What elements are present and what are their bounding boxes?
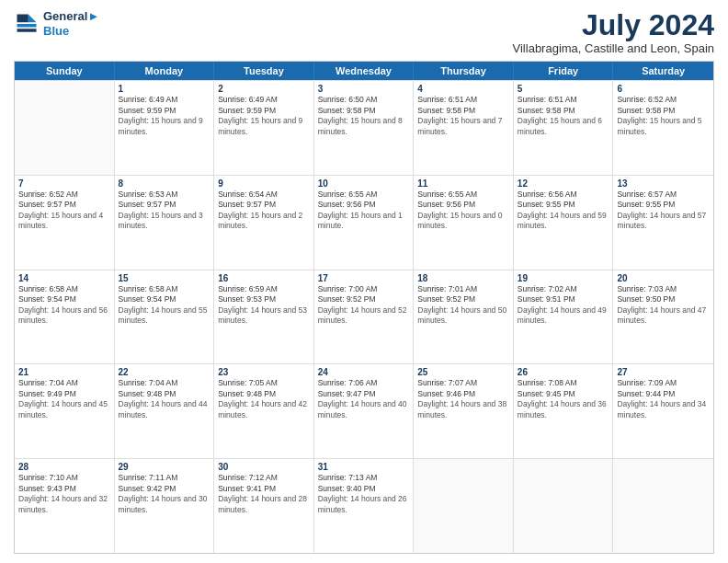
cal-cell-w2-d1: 7 Sunrise: 6:52 AMSunset: 9:57 PMDayligh…	[15, 176, 115, 270]
day-number: 19	[518, 273, 609, 283]
day-number: 31	[318, 462, 410, 472]
cell-info: Sunrise: 6:57 AMSunset: 9:55 PMDaylight:…	[617, 190, 710, 232]
logo-icon	[14, 11, 40, 37]
day-number: 11	[417, 178, 509, 189]
cal-cell-w2-d5: 11 Sunrise: 6:55 AMSunset: 9:56 PMDaylig…	[414, 176, 514, 270]
week-row-3: 14 Sunrise: 6:58 AMSunset: 9:54 PMDaylig…	[15, 270, 713, 364]
month-title: July 2024	[513, 9, 714, 41]
cal-cell-w3-d7: 20 Sunrise: 7:03 AMSunset: 9:50 PMDaylig…	[613, 270, 713, 364]
cal-cell-w2-d2: 8 Sunrise: 6:53 AMSunset: 9:57 PMDayligh…	[115, 176, 215, 270]
day-number: 30	[218, 462, 310, 472]
week-row-2: 7 Sunrise: 6:52 AMSunset: 9:57 PMDayligh…	[15, 175, 713, 270]
cell-info: Sunrise: 6:52 AMSunset: 9:58 PMDaylight:…	[617, 95, 710, 137]
calendar: Sunday Monday Tuesday Wednesday Thursday…	[14, 61, 714, 554]
cal-cell-w2-d4: 10 Sunrise: 6:55 AMSunset: 9:56 PMDaylig…	[314, 176, 415, 270]
cal-cell-w1-d7: 6 Sunrise: 6:52 AMSunset: 9:58 PMDayligh…	[613, 81, 713, 175]
cell-info: Sunrise: 6:51 AMSunset: 9:58 PMDaylight:…	[518, 95, 609, 137]
cell-info: Sunrise: 6:55 AMSunset: 9:56 PMDaylight:…	[417, 190, 509, 232]
day-number: 1	[119, 84, 210, 94]
cal-cell-w5-d2: 29 Sunrise: 7:11 AMSunset: 9:42 PMDaylig…	[115, 459, 215, 553]
cell-info: Sunrise: 6:56 AMSunset: 9:55 PMDaylight:…	[518, 190, 609, 232]
day-number: 10	[318, 178, 410, 189]
cal-cell-w5-d3: 30 Sunrise: 7:12 AMSunset: 9:41 PMDaylig…	[214, 459, 314, 553]
day-number: 28	[18, 462, 110, 472]
cell-info: Sunrise: 6:58 AMSunset: 9:54 PMDaylight:…	[119, 284, 210, 327]
header-tuesday: Tuesday	[214, 62, 314, 80]
cal-cell-w3-d5: 18 Sunrise: 7:01 AMSunset: 9:52 PMDaylig…	[414, 270, 514, 364]
logo-line1: General►	[43, 9, 99, 24]
cal-cell-w2-d3: 9 Sunrise: 6:54 AMSunset: 9:57 PMDayligh…	[214, 176, 314, 270]
svg-rect-2	[17, 14, 28, 22]
cell-info: Sunrise: 6:53 AMSunset: 9:57 PMDaylight:…	[119, 190, 210, 232]
day-number: 4	[417, 84, 509, 94]
cal-cell-w4-d7: 27 Sunrise: 7:09 AMSunset: 9:44 PMDaylig…	[613, 364, 713, 458]
header-saturday: Saturday	[613, 62, 713, 80]
cell-info: Sunrise: 7:00 AMSunset: 9:52 PMDaylight:…	[318, 284, 410, 327]
subtitle: Villabragima, Castille and Leon, Spain	[513, 41, 714, 55]
cell-info: Sunrise: 6:52 AMSunset: 9:57 PMDaylight:…	[18, 190, 110, 232]
day-number: 3	[318, 84, 410, 94]
cell-info: Sunrise: 7:06 AMSunset: 9:47 PMDaylight:…	[318, 378, 410, 420]
header: General► Blue July 2024 Villabragima, Ca…	[14, 9, 714, 55]
cell-info: Sunrise: 6:54 AMSunset: 9:57 PMDaylight:…	[218, 190, 310, 232]
day-number: 27	[617, 367, 710, 377]
cal-cell-w1-d6: 5 Sunrise: 6:51 AMSunset: 9:58 PMDayligh…	[514, 81, 614, 175]
cal-cell-w2-d6: 12 Sunrise: 6:56 AMSunset: 9:55 PMDaylig…	[514, 176, 614, 270]
cal-cell-w3-d4: 17 Sunrise: 7:00 AMSunset: 9:52 PMDaylig…	[314, 270, 415, 364]
cell-info: Sunrise: 6:58 AMSunset: 9:54 PMDaylight:…	[18, 284, 110, 327]
cell-info: Sunrise: 7:07 AMSunset: 9:46 PMDaylight:…	[417, 378, 509, 420]
page: General► Blue July 2024 Villabragima, Ca…	[0, 0, 728, 563]
header-wednesday: Wednesday	[314, 62, 415, 80]
cell-info: Sunrise: 7:05 AMSunset: 9:48 PMDaylight:…	[218, 378, 310, 420]
cell-info: Sunrise: 6:50 AMSunset: 9:58 PMDaylight:…	[318, 95, 410, 137]
cal-cell-w5-d4: 31 Sunrise: 7:13 AMSunset: 9:40 PMDaylig…	[314, 459, 415, 553]
cal-cell-w1-d5: 4 Sunrise: 6:51 AMSunset: 9:58 PMDayligh…	[414, 81, 514, 175]
day-number: 15	[119, 273, 210, 283]
day-number: 6	[617, 84, 710, 94]
cal-cell-w1-d2: 1 Sunrise: 6:49 AMSunset: 9:59 PMDayligh…	[115, 81, 215, 175]
week-row-1: 1 Sunrise: 6:49 AMSunset: 9:59 PMDayligh…	[15, 80, 713, 175]
cal-cell-w4-d3: 23 Sunrise: 7:05 AMSunset: 9:48 PMDaylig…	[214, 364, 314, 458]
logo-line2: Blue	[43, 24, 99, 39]
cell-info: Sunrise: 7:03 AMSunset: 9:50 PMDaylight:…	[617, 284, 710, 327]
day-number: 5	[518, 84, 609, 94]
cell-info: Sunrise: 7:13 AMSunset: 9:40 PMDaylight:…	[318, 473, 410, 515]
cal-cell-w5-d6	[514, 459, 614, 553]
cal-cell-w4-d1: 21 Sunrise: 7:04 AMSunset: 9:49 PMDaylig…	[15, 364, 115, 458]
day-number: 21	[18, 367, 110, 377]
cal-cell-w1-d1	[15, 81, 115, 175]
day-number: 8	[119, 178, 210, 189]
cal-cell-w3-d6: 19 Sunrise: 7:02 AMSunset: 9:51 PMDaylig…	[514, 270, 614, 364]
logo-text: General► Blue	[43, 9, 99, 38]
cell-info: Sunrise: 6:49 AMSunset: 9:59 PMDaylight:…	[119, 95, 210, 137]
cal-cell-w3-d1: 14 Sunrise: 6:58 AMSunset: 9:54 PMDaylig…	[15, 270, 115, 364]
day-number: 23	[218, 367, 310, 377]
cal-cell-w5-d7	[613, 459, 713, 553]
logo: General► Blue	[14, 9, 99, 38]
svg-rect-3	[17, 24, 37, 28]
cell-info: Sunrise: 7:01 AMSunset: 9:52 PMDaylight:…	[417, 284, 509, 327]
cell-info: Sunrise: 7:09 AMSunset: 9:44 PMDaylight:…	[617, 378, 710, 420]
header-thursday: Thursday	[414, 62, 514, 80]
day-number: 13	[617, 178, 710, 189]
cal-cell-w3-d2: 15 Sunrise: 6:58 AMSunset: 9:54 PMDaylig…	[115, 270, 215, 364]
header-sunday: Sunday	[15, 62, 115, 80]
cal-cell-w4-d4: 24 Sunrise: 7:06 AMSunset: 9:47 PMDaylig…	[314, 364, 415, 458]
cell-info: Sunrise: 6:59 AMSunset: 9:53 PMDaylight:…	[218, 284, 310, 327]
day-number: 25	[417, 367, 509, 377]
cal-cell-w5-d5	[414, 459, 514, 553]
calendar-body: 1 Sunrise: 6:49 AMSunset: 9:59 PMDayligh…	[15, 80, 713, 553]
cal-cell-w4-d6: 26 Sunrise: 7:08 AMSunset: 9:45 PMDaylig…	[514, 364, 614, 458]
cell-info: Sunrise: 6:55 AMSunset: 9:56 PMDaylight:…	[318, 190, 410, 232]
svg-rect-4	[17, 29, 37, 32]
day-number: 29	[119, 462, 210, 472]
cell-info: Sunrise: 7:02 AMSunset: 9:51 PMDaylight:…	[518, 284, 609, 327]
cell-info: Sunrise: 7:11 AMSunset: 9:42 PMDaylight:…	[119, 473, 210, 515]
day-number: 18	[417, 273, 509, 283]
cell-info: Sunrise: 7:12 AMSunset: 9:41 PMDaylight:…	[218, 473, 310, 515]
cal-cell-w2-d7: 13 Sunrise: 6:57 AMSunset: 9:55 PMDaylig…	[613, 176, 713, 270]
day-number: 16	[218, 273, 310, 283]
day-number: 12	[518, 178, 609, 189]
week-row-4: 21 Sunrise: 7:04 AMSunset: 9:49 PMDaylig…	[15, 363, 713, 458]
cal-cell-w4-d5: 25 Sunrise: 7:07 AMSunset: 9:46 PMDaylig…	[414, 364, 514, 458]
